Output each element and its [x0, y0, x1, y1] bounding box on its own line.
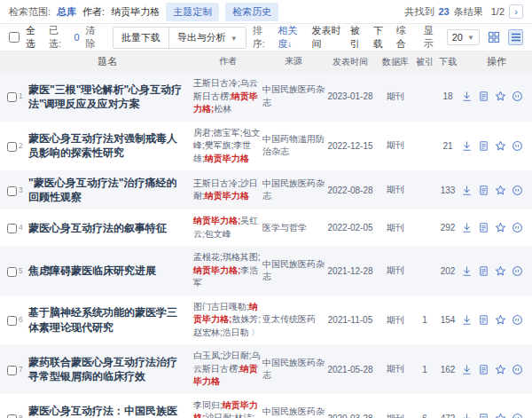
quote-icon[interactable] [512, 364, 523, 375]
download-icon[interactable] [461, 314, 473, 326]
favorite-icon[interactable] [495, 185, 506, 196]
quote-icon[interactable] [512, 413, 523, 418]
favorite-icon[interactable] [495, 140, 506, 152]
source-link[interactable]: 医学与哲学 [262, 223, 307, 233]
row-checkbox[interactable] [7, 92, 17, 102]
source-link[interactable]: 中国药物滥用防治杂志 [262, 134, 325, 157]
favorite-icon[interactable] [495, 314, 506, 326]
source-link[interactable]: 中国民族医药杂志 [262, 178, 325, 201]
grid-view-button[interactable] [487, 29, 501, 45]
quote-icon[interactable] [512, 140, 523, 152]
download-count[interactable]: 292 [434, 223, 461, 233]
quote-icon[interactable] [512, 185, 523, 196]
result-title[interactable]: 焦虑障碍蒙医临床研究进展 [28, 264, 156, 277]
author-link[interactable]: 王斯日古冷; [193, 78, 240, 88]
author-link[interactable]: 孟根花; [193, 252, 223, 262]
author-link[interactable]: 樊军旗; [205, 140, 234, 150]
result-title[interactable]: 蒙医心身互动疗法对强制戒毒人员影响的探索性研究 [28, 132, 177, 159]
sort-option[interactable]: 下载 [373, 24, 388, 51]
source-link[interactable]: 中国民族医药杂志 [262, 84, 325, 107]
html-read-icon[interactable] [478, 314, 489, 326]
row-checkbox[interactable] [7, 366, 17, 375]
download-icon[interactable] [461, 265, 473, 277]
source-link[interactable]: 亚太传统医药 [262, 314, 316, 324]
row-checkbox[interactable] [7, 414, 17, 418]
author-link[interactable]: 敖姝芳; [231, 314, 261, 324]
result-title[interactable]: 蒙药联合蒙医心身互动疗法治疗寻常型银屑病的临床疗效 [28, 356, 177, 383]
author-link[interactable]: 纳贡毕力格 [205, 191, 249, 201]
download-count[interactable]: 202 [434, 266, 461, 276]
result-title[interactable]: 蒙医心身互动疗法的叙事特征 [28, 222, 167, 234]
author-link[interactable]: 纳贡毕力格 [205, 154, 249, 163]
author-link[interactable]: 白玉凤; [193, 351, 223, 360]
author-link[interactable]: 李同归; [193, 400, 223, 410]
row-checkbox[interactable] [7, 316, 17, 326]
row-checkbox[interactable] [7, 224, 17, 233]
scope-value-link[interactable]: 总库 [57, 5, 76, 19]
download-count[interactable]: 18 [434, 91, 461, 101]
source-link[interactable]: 中国民族医药杂志 [262, 358, 325, 381]
download-icon[interactable] [461, 364, 473, 375]
next-page-button[interactable]: › [509, 4, 523, 19]
row-checkbox[interactable] [7, 186, 17, 196]
row-checkbox[interactable] [7, 267, 17, 277]
sort-option[interactable]: 相关度↓ [278, 24, 303, 51]
download-icon[interactable] [461, 185, 473, 196]
favorite-icon[interactable] [495, 364, 506, 375]
html-read-icon[interactable] [478, 185, 489, 196]
html-read-icon[interactable] [478, 265, 489, 277]
quote-icon[interactable] [512, 91, 523, 102]
search-history-button[interactable]: 检索历史 [225, 3, 278, 21]
html-read-icon[interactable] [478, 140, 489, 152]
result-title[interactable]: 基于脑神经系统功能的蒙医学三体素理论现代研究 [28, 306, 177, 333]
author-link[interactable]: 琪格其图; [223, 252, 261, 262]
topic-subscribe-button[interactable]: 主题定制 [166, 3, 219, 21]
list-view-button[interactable] [508, 29, 523, 45]
source-link[interactable]: 中国民族医药杂志 [262, 259, 325, 282]
author-link[interactable]: 包文峰 [205, 229, 231, 239]
download-icon[interactable] [461, 91, 473, 102]
html-read-icon[interactable] [478, 91, 489, 102]
result-title[interactable]: "蒙医心身互动疗法"治疗痛经的回顾性观察 [28, 177, 176, 203]
download-count[interactable]: 472 [434, 414, 461, 418]
favorite-icon[interactable] [495, 413, 506, 418]
author-link[interactable]: 房君; [193, 128, 214, 138]
authors-more-icon[interactable]: 〉 [249, 328, 260, 337]
favorite-icon[interactable] [495, 265, 506, 277]
batch-download-button[interactable]: 批量下载 [113, 28, 168, 48]
row-checkbox[interactable] [7, 142, 17, 152]
author-link[interactable]: 德宝军; [214, 128, 243, 138]
result-title[interactable]: 蒙医"三根"理论解析"心身互动疗法"调理反应及应对方案 [28, 83, 182, 110]
sort-option[interactable]: 综合 [396, 24, 411, 51]
author-link[interactable]: 沙日耐; [223, 351, 252, 360]
favorite-icon[interactable] [495, 222, 506, 233]
export-analyze-button[interactable]: 导出与分析 ▼ [168, 28, 246, 48]
author-link[interactable]: 沙日耐; [205, 413, 234, 418]
source-link[interactable]: 中国民族医药杂志 [262, 406, 325, 418]
download-count[interactable]: 162 [434, 365, 461, 375]
author-link[interactable]: 赵宏林; [193, 327, 223, 337]
quote-icon[interactable] [512, 314, 523, 326]
author-link[interactable]: 浩日勒 [223, 327, 249, 337]
favorite-icon[interactable] [495, 91, 506, 102]
quote-icon[interactable] [512, 265, 523, 277]
html-read-icon[interactable] [478, 364, 489, 375]
clear-selection-button[interactable]: 清除 [86, 24, 103, 51]
quote-icon[interactable] [512, 222, 523, 233]
download-count[interactable]: 133 [434, 185, 461, 195]
html-read-icon[interactable] [478, 222, 489, 233]
page-size-select[interactable]: 20 ▼ [447, 29, 480, 45]
sort-option[interactable]: 发表时间 [312, 24, 342, 51]
download-count[interactable]: 154 [434, 315, 461, 325]
download-icon[interactable] [461, 140, 473, 152]
author-link[interactable]: 松林 [214, 104, 231, 114]
author-link[interactable]: 纳贡毕力格; [193, 216, 240, 225]
author-link[interactable]: 图门吉日嘎勒; [193, 302, 249, 312]
download-icon[interactable] [461, 222, 473, 233]
cited-count[interactable]: 1 [415, 365, 434, 375]
author-link[interactable]: 王斯日古冷; [193, 178, 240, 188]
download-icon[interactable] [461, 413, 473, 418]
cited-count[interactable]: 1 [415, 315, 434, 325]
author-link[interactable]: 林洁; [234, 413, 254, 418]
cited-count[interactable]: 6 [415, 414, 434, 418]
